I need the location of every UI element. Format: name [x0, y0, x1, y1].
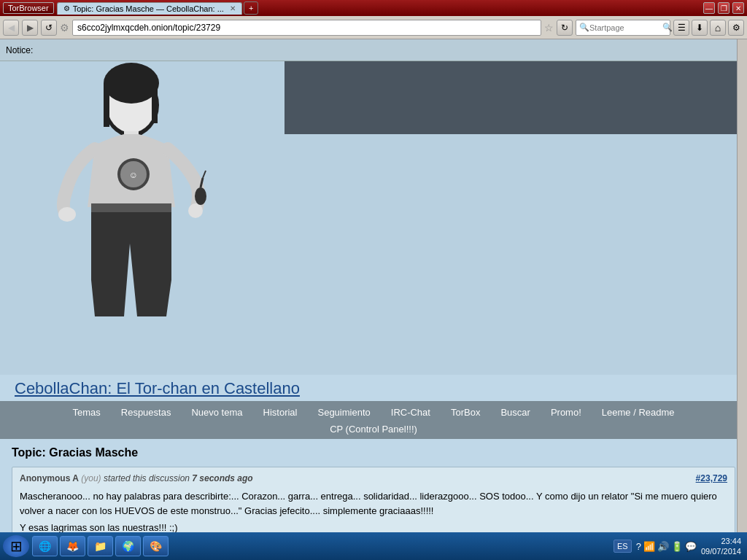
- new-tab-button[interactable]: +: [244, 1, 258, 15]
- nav-temas[interactable]: Temas: [62, 404, 110, 421]
- title-bar: TorBrowser ⚙ Topic: Gracias Masche — Ceb…: [0, 0, 747, 16]
- taskbar-item-browser2[interactable]: 🌍: [115, 536, 141, 556]
- search-engine-icon: 🔍: [579, 23, 589, 32]
- browser-tabs: ⚙ Topic: Gracias Masche — CebollaChan: .…: [57, 1, 259, 15]
- back-button[interactable]: ◀: [3, 20, 19, 36]
- mascot-svg: ☺: [15, 61, 219, 368]
- language-indicator: ES: [614, 540, 632, 553]
- you-badge: (you): [81, 473, 101, 483]
- nav-nuevo-tema[interactable]: Nuevo tema: [181, 404, 252, 421]
- torbrowser-menu-button[interactable]: TorBrowser: [3, 2, 54, 14]
- tab-title: Topic: Gracias Masche — CebollaChan: ...: [73, 4, 224, 13]
- nav-torbox[interactable]: TorBox: [441, 404, 490, 421]
- svg-rect-15: [91, 203, 171, 212]
- taskbar-item-explorer[interactable]: 📁: [88, 536, 113, 556]
- post-header: Anonymous A (you) started this discussio…: [20, 473, 727, 483]
- taskbar-system-tray: ES ? 📶 🔊 🔋 💬 23:44 09/07/2014: [614, 536, 744, 557]
- globe-icon: 🌍: [122, 540, 134, 552]
- svg-point-12: [195, 187, 206, 205]
- window-controls: — ❐ ✕: [703, 2, 744, 14]
- firefox-icon: 🦊: [66, 540, 79, 552]
- nav-bar: Temas Respuestas Nuevo tema Historial Se…: [0, 401, 747, 439]
- main-content: Topic: Gracias Masche Anonymous A (you) …: [0, 439, 747, 532]
- url-bar[interactable]: [72, 20, 541, 36]
- search-submit-icon[interactable]: 🔍: [662, 23, 673, 32]
- reload-button[interactable]: ↺: [41, 20, 57, 36]
- battery-icon: 🔋: [671, 541, 683, 552]
- notice-text: Notice:: [6, 45, 33, 55]
- post-number[interactable]: #23,729: [696, 473, 727, 483]
- author-name: Anonymous A: [20, 473, 79, 483]
- post-body-line1: Mascheranooo... no hay palabras para des…: [20, 489, 727, 518]
- active-tab[interactable]: ⚙ Topic: Gracias Masche — CebollaChan: .…: [57, 2, 242, 15]
- forward-button[interactable]: ▶: [22, 20, 38, 36]
- nav-leeme[interactable]: Leeme / Readme: [592, 404, 685, 421]
- download-button[interactable]: ⬇: [692, 20, 708, 36]
- post-body: Mascheranooo... no hay palabras para des…: [20, 489, 727, 532]
- notification-icon: 💬: [685, 541, 697, 552]
- toolbar-right: ☰ ⬇ ⌂ ⚙: [673, 20, 744, 36]
- maximize-button[interactable]: ❐: [718, 2, 729, 14]
- star-icon[interactable]: ☆: [544, 22, 554, 34]
- site-title[interactable]: CebollaChan: El Tor-chan en Castellano: [0, 375, 747, 401]
- ie-icon: 🌐: [39, 540, 51, 552]
- nav-seguimiento[interactable]: Seguimiento: [307, 404, 380, 421]
- nav-buscar[interactable]: Buscar: [490, 404, 540, 421]
- home-button[interactable]: ⌂: [710, 20, 726, 36]
- volume-icon[interactable]: 🔊: [657, 541, 669, 552]
- svg-text:☺: ☺: [129, 170, 138, 180]
- taskbar-item-paint[interactable]: 🎨: [143, 536, 169, 556]
- post-body-line2: Y esas lagrimas son las nuestras!!! :;): [20, 521, 727, 532]
- nav-respuestas[interactable]: Respuestas: [111, 404, 182, 421]
- post-time: 7 seconds ago: [192, 473, 252, 483]
- paint-icon: 🎨: [150, 540, 162, 552]
- bookmarks-button[interactable]: ☰: [673, 20, 689, 36]
- tab-close-button[interactable]: ✕: [230, 4, 236, 12]
- system-clock: 23:44 09/07/2014: [701, 536, 741, 557]
- site-header: ☺: [0, 61, 747, 375]
- refresh-button[interactable]: ↻: [557, 20, 573, 36]
- minimize-button[interactable]: —: [703, 2, 715, 14]
- post-action: started this discussion: [104, 473, 190, 483]
- search-box: 🔍 🔍: [576, 20, 670, 36]
- header-dark-bar: [285, 61, 747, 134]
- system-icons: ? 📶 🔊 🔋 💬: [636, 541, 697, 552]
- clock-date: 09/07/2014: [701, 546, 741, 556]
- topic-title: Topic: Gracias Masche: [12, 446, 735, 459]
- svg-point-11: [188, 203, 203, 218]
- start-button[interactable]: ⊞: [3, 535, 29, 557]
- svg-rect-4: [104, 83, 109, 127]
- taskbar-item-ie[interactable]: 🌐: [32, 536, 58, 556]
- search-input[interactable]: [589, 23, 662, 32]
- nav-cp[interactable]: CP (Control Panel!!!): [320, 421, 427, 438]
- windows-icon: ⊞: [10, 537, 23, 555]
- clock-time: 23:44: [701, 536, 741, 546]
- tab-favicon: ⚙: [63, 4, 70, 12]
- svg-point-10: [58, 207, 76, 222]
- nav-historial[interactable]: Historial: [253, 404, 308, 421]
- notice-bar: Notice:: [0, 39, 747, 61]
- taskbar-items: 🌐 🦊 📁 🌍 🎨: [32, 536, 611, 556]
- site-mascot-image: ☺: [15, 61, 219, 368]
- svg-rect-5: [152, 83, 158, 123]
- bookmark-icon: ⚙: [60, 22, 69, 34]
- taskbar-item-firefox[interactable]: 🦊: [60, 536, 85, 556]
- svg-point-3: [104, 63, 159, 104]
- scrollbar[interactable]: [737, 39, 747, 532]
- settings-button[interactable]: ⚙: [728, 20, 744, 36]
- nav-irc-chat[interactable]: IRC-Chat: [381, 404, 441, 421]
- browser-content: Notice:: [0, 39, 747, 532]
- title-bar-left: TorBrowser ⚙ Topic: Gracias Masche — Ceb…: [3, 1, 258, 15]
- network-icon: 📶: [643, 541, 655, 552]
- post-author: Anonymous A (you) started this discussio…: [20, 473, 253, 483]
- folder-icon: 📁: [94, 540, 107, 552]
- address-bar: ◀ ▶ ↺ ⚙ ☆ ↻ 🔍 🔍 ☰ ⬇ ⌂ ⚙: [0, 16, 747, 39]
- taskbar: ⊞ 🌐 🦊 📁 🌍 🎨 ES ? 📶 🔊 🔋 💬 23:44 09/07/2: [0, 532, 747, 560]
- post-container: Anonymous A (you) started this discussio…: [12, 467, 735, 532]
- close-button[interactable]: ✕: [732, 2, 744, 14]
- post-meta: Anonymous A (you) started this discussio…: [20, 473, 253, 483]
- help-icon[interactable]: ?: [636, 541, 641, 552]
- nav-promo[interactable]: Promo!: [541, 404, 592, 421]
